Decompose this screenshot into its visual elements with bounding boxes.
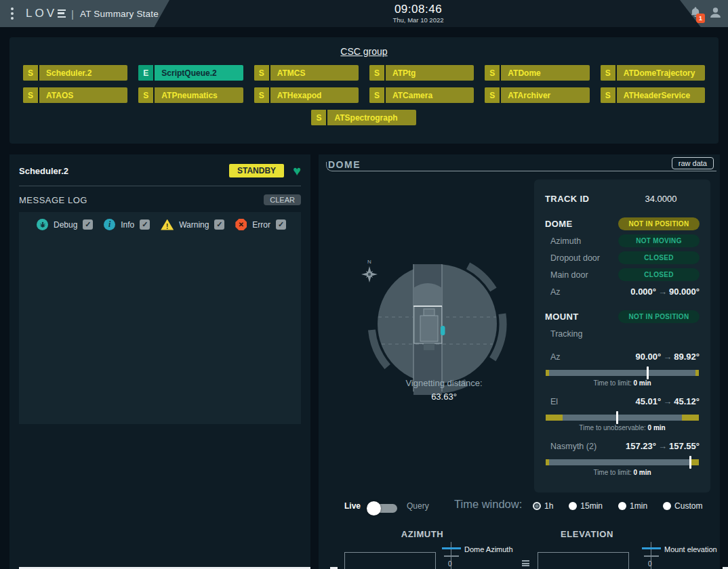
azimuth-motion-status: NOT MOVING bbox=[618, 234, 700, 247]
user-icon[interactable] bbox=[708, 5, 723, 20]
mount-position-status: NOT IN POSITION bbox=[618, 310, 700, 323]
logo-divider: | bbox=[71, 8, 74, 20]
chart-options-icon[interactable] bbox=[522, 560, 529, 568]
raw-data-button[interactable]: raw data bbox=[672, 157, 714, 169]
elevation-legend-value: 0 bbox=[648, 560, 652, 568]
vignetting-value: 63.63° bbox=[339, 392, 549, 402]
telescope-top-view bbox=[420, 316, 438, 341]
legend-blue-tick bbox=[442, 547, 461, 549]
dome-title-underline bbox=[326, 162, 716, 171]
dome-position-status: NOT IN POSITION bbox=[618, 217, 700, 230]
heartbeat-icon: ♥ bbox=[293, 166, 301, 175]
nasmyth-axis: Nasmyth (2) 157.23°→157.55° Time to limi… bbox=[545, 438, 700, 476]
mount-az-axis: Az 90.00°→89.92° Time to limit: 0 min bbox=[545, 348, 700, 387]
radio-1min[interactable] bbox=[618, 502, 626, 510]
nasmyth-limit-slider bbox=[546, 459, 699, 465]
csc-state-badge: S bbox=[254, 65, 270, 81]
message-log-box: Debug ✓ i Info ✓ ! Warning ✓ ✕ Error ✓ bbox=[19, 212, 301, 424]
info-checkbox[interactable]: ✓ bbox=[140, 219, 150, 230]
limit-cap bbox=[546, 459, 549, 465]
time-window-option-1h[interactable]: 1h bbox=[533, 501, 553, 511]
compass-icon: N bbox=[361, 259, 378, 282]
main-door-status: CLOSED bbox=[618, 268, 700, 281]
csc-button-scheduler-2[interactable]: S Scheduler.2 bbox=[23, 65, 127, 81]
top-bar: LOV | AT Summary State 09:08:46 Thu, Mar… bbox=[0, 0, 728, 27]
csc-button-atptg[interactable]: S ATPtg bbox=[369, 65, 474, 81]
azimuth-chart-title: AZIMUTH bbox=[375, 529, 470, 539]
mount-el-limit-slider bbox=[546, 415, 699, 421]
azimuth-legend-value: 0 bbox=[448, 560, 452, 568]
scheduler-panel: Scheduler.2 STANDBY ♥ MESSAGE LOG CLEAR … bbox=[9, 154, 310, 569]
tracking-row: Tracking bbox=[545, 325, 700, 342]
radio-custom[interactable] bbox=[663, 502, 671, 510]
csc-button-athexapod[interactable]: S ATHexapod bbox=[254, 87, 359, 103]
radio-1h[interactable] bbox=[533, 502, 541, 510]
elevation-plot-area bbox=[538, 552, 629, 569]
csc-button-atarchiver[interactable]: S ATArchiver bbox=[485, 87, 589, 103]
top-bar-left-section: LOV | AT Summary State bbox=[0, 0, 169, 27]
csc-button-atmcs[interactable]: S ATMCS bbox=[254, 65, 359, 81]
scheduler-title: Scheduler.2 bbox=[19, 166, 229, 176]
legend-blue-tick bbox=[642, 547, 661, 549]
warning-checkbox[interactable]: ✓ bbox=[214, 219, 224, 230]
query-label: Query bbox=[407, 501, 429, 511]
track-id-value: 34.0000 bbox=[622, 194, 700, 204]
azimuth-status-row: Azimuth NOT MOVING bbox=[545, 232, 700, 249]
dome-panel-title: DOME bbox=[328, 159, 361, 170]
track-id-row: TRACK ID 34.0000 bbox=[545, 190, 700, 207]
dome-panel: DOME raw data N Vignetting distance: 63.… bbox=[319, 154, 720, 569]
csc-button-atcamera[interactable]: S ATCamera bbox=[369, 87, 474, 103]
debug-checkbox[interactable]: ✓ bbox=[83, 219, 93, 230]
csc-group-title: CSC group bbox=[9, 37, 719, 57]
csc-button-atdometrajectory[interactable]: S ATDomeTrajectory bbox=[601, 65, 705, 81]
csc-button-scriptqueue-2[interactable]: E ScriptQueue.2 bbox=[138, 65, 243, 81]
time-window-option-custom[interactable]: Custom bbox=[663, 501, 702, 511]
time-window-option-1min[interactable]: 1min bbox=[618, 501, 647, 511]
dome-status-card: TRACK ID 34.0000 DOME NOT IN POSITION Az… bbox=[534, 180, 710, 492]
warning-icon: ! bbox=[161, 219, 174, 230]
arrow-icon: → bbox=[661, 352, 674, 362]
dome-az-values: 0.000°→90.000° bbox=[630, 287, 700, 297]
dome-section-row: DOME NOT IN POSITION bbox=[545, 215, 700, 232]
message-log-title: MESSAGE LOG bbox=[19, 195, 264, 205]
limit-cap bbox=[695, 370, 699, 376]
csc-group-panel: CSC group S Scheduler.2 E ScriptQueue.2 … bbox=[9, 37, 719, 144]
radio-15min[interactable] bbox=[569, 502, 577, 510]
arrow-icon: → bbox=[661, 396, 674, 406]
toggle-knob[interactable] bbox=[367, 501, 381, 515]
elevation-chart-title: ELEVATION bbox=[540, 529, 634, 539]
limit-cap bbox=[682, 415, 699, 421]
live-label: Live bbox=[344, 501, 361, 511]
csc-button-atheaderservice[interactable]: S ATHeaderService bbox=[601, 87, 705, 103]
target-marker bbox=[441, 326, 445, 335]
time-window-option-15min[interactable]: 15min bbox=[569, 501, 603, 511]
legend-gray-tick bbox=[444, 555, 459, 557]
log-level-filters: Debug ✓ i Info ✓ ! Warning ✓ ✕ Error ✓ bbox=[19, 212, 301, 230]
csc-button-atspectrograph[interactable]: S ATSpectrograph bbox=[311, 110, 416, 125]
live-query-toggle[interactable] bbox=[369, 504, 397, 513]
top-bar-right-section: 1 bbox=[663, 0, 728, 27]
filter-info: i Info ✓ bbox=[104, 219, 150, 230]
mount-el-axis: El 45.01°→45.12° Time to unobservable: 0… bbox=[545, 393, 700, 431]
position-marker bbox=[647, 366, 649, 379]
elevation-chart: ELEVATION Mount elevation 0 bbox=[538, 528, 720, 569]
position-marker bbox=[616, 411, 618, 424]
csc-button-atdome[interactable]: S ATDome bbox=[485, 65, 589, 81]
menu-kebab-icon[interactable] bbox=[11, 12, 14, 15]
clear-button[interactable]: CLEAR bbox=[264, 194, 301, 205]
csc-state-badge: S bbox=[601, 87, 617, 103]
limit-cap bbox=[546, 370, 549, 376]
azimuth-chart: AZIMUTH Dome Azimuth 0 bbox=[344, 528, 527, 569]
info-icon: i bbox=[104, 219, 115, 230]
csc-button-atpneumatics[interactable]: S ATPneumatics bbox=[138, 87, 243, 103]
error-checkbox[interactable]: ✓ bbox=[276, 219, 286, 230]
clock: 09:08:46 Thu, Mar 10 2022 bbox=[393, 3, 444, 24]
notification-count-badge: 1 bbox=[696, 14, 705, 23]
csc-state-badge: S bbox=[23, 87, 39, 103]
csc-button-ataos[interactable]: S ATAOS bbox=[23, 87, 127, 103]
time-series-controls: Live Query Time window: 1h 15min 1min Cu… bbox=[319, 497, 720, 517]
limit-cap bbox=[691, 459, 699, 465]
nasmyth-values: 157.23°→157.55° bbox=[626, 441, 700, 451]
position-marker bbox=[689, 456, 691, 469]
dropout-door-status: CLOSED bbox=[618, 251, 700, 264]
